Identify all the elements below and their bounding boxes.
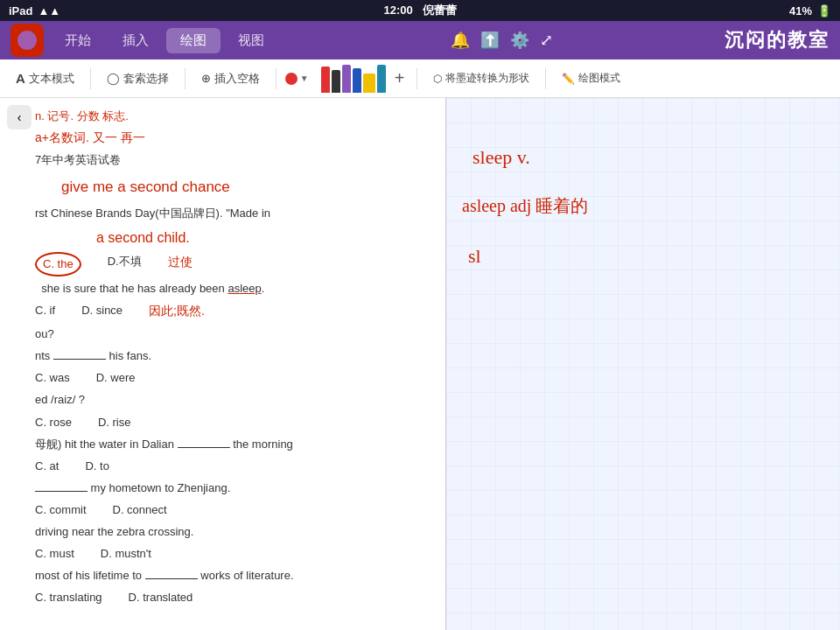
q9-blank <box>145 578 198 579</box>
q9-option-c: C. translating <box>35 588 102 607</box>
hw-child: a second child. <box>96 230 190 245</box>
hw-giveme: give me a second chance <box>61 178 230 195</box>
q2-option-d: D. since <box>81 301 122 322</box>
toolbar-separator-3 <box>276 68 276 89</box>
toolbar: A 文本模式 ◯ 套索选择 ⊕ 插入空格 ▼ + ⬡ 将墨迹转换为形状 ✏️ 绘… <box>0 60 840 98</box>
q4-text: nts his fans. <box>35 346 437 366</box>
lasso-label: 套索选择 <box>123 71 169 87</box>
battery-indicator: 🔋 <box>817 4 831 18</box>
color-dropdown-arrow[interactable]: ▼ <box>300 74 309 83</box>
fullscreen-icon[interactable]: ⤢ <box>540 31 553 50</box>
app-logo <box>10 24 44 57</box>
main-content: ‹ n. 记号. 分数 标志. a+名数词. 又一 再一 7年中考英语试卷 gi… <box>0 98 840 630</box>
hw-guoguo: 过使 <box>168 252 192 276</box>
toolbar-separator-2 <box>185 68 186 89</box>
tab-view[interactable]: 视图 <box>224 28 278 53</box>
q9-options: C. translating D. translated <box>35 588 437 607</box>
hw-annotation-1: n. 记号. 分数 标志. <box>35 109 129 122</box>
draw-mode-label: 绘图模式 <box>578 71 620 86</box>
doc-title: 7年中考英语试卷 <box>35 150 437 170</box>
q1-options: C. the D.不填 过使 <box>35 252 437 276</box>
active-color[interactable] <box>285 73 298 85</box>
yellow-pen[interactable] <box>363 74 375 93</box>
q2-text: she is sure that he has already been asl… <box>35 279 437 298</box>
text-mode-icon: A <box>16 71 25 86</box>
hw-annotation-2: a+名数词. 又一 再一 <box>35 130 145 144</box>
hw-sl: sl <box>468 245 481 268</box>
lasso-icon: ◯ <box>107 72 120 85</box>
red-pen[interactable] <box>321 66 330 93</box>
q5-option-c: C. rose <box>35 413 72 432</box>
text-mode-button[interactable]: A 文本模式 <box>9 67 81 90</box>
q7-option-d: D. connect <box>113 500 167 520</box>
toolbar-separator-1 <box>90 68 91 89</box>
q9-option-d: D. translated <box>129 588 193 607</box>
nav-icons: 🔔 ⬆️ ⚙️ ⤢ <box>451 31 553 50</box>
q7-text: my hometown to Zhenjiang. <box>35 479 437 498</box>
q7-option-c: C. commit <box>35 500 87 520</box>
text-mode-label: 文本模式 <box>29 71 74 87</box>
annotation-child: a second child. <box>96 226 437 249</box>
q4-blank <box>53 359 106 360</box>
logo-circle <box>18 31 37 50</box>
convert-icon: ⬡ <box>433 73 442 85</box>
q5-text: ed /raiz/ ? <box>35 390 437 410</box>
brand-text: 沉闷的教室 <box>724 27 830 53</box>
q8-options: C. must D. mustn't <box>35 544 437 564</box>
q5-option-d: D. rise <box>98 413 131 432</box>
back-button[interactable]: ‹ <box>7 105 32 130</box>
left-panel: ‹ n. 记号. 分数 标志. a+名数词. 又一 再一 7年中考英语试卷 gi… <box>0 98 446 630</box>
share-icon[interactable]: ⬆️ <box>480 31 500 50</box>
q8-text: driving near the zebra crossing. <box>35 522 437 542</box>
add-pen-button[interactable]: + <box>391 68 409 88</box>
annotation-giveme: give me a second chance <box>61 175 437 200</box>
insert-space-icon: ⊕ <box>201 72 211 85</box>
insert-space-button[interactable]: ⊕ 插入空格 <box>194 67 267 90</box>
q2-option-c: C. if <box>35 301 55 322</box>
q4-option-c: C. was <box>35 368 70 388</box>
convert-label: 将墨迹转换为形状 <box>445 71 529 86</box>
gear-icon[interactable]: ⚙️ <box>510 31 529 50</box>
q9-text: most of his lifetime to works of literat… <box>35 566 437 585</box>
bell-icon[interactable]: 🔔 <box>451 31 470 50</box>
dark-pen[interactable] <box>332 70 340 93</box>
q5-options: C. rose D. rise <box>35 413 437 432</box>
toolbar-separator-5 <box>545 68 546 89</box>
tab-start[interactable]: 开始 <box>51 28 105 53</box>
nav-left: 开始 插入 绘图 视图 <box>10 24 278 57</box>
battery-icon: 41% <box>789 4 812 18</box>
status-center: 12:00 倪蕾蕾 <box>383 3 456 18</box>
hw-sleep: sleep v. <box>472 146 530 169</box>
draw-mode-button[interactable]: ✏️ 绘图模式 <box>555 67 627 89</box>
q6-options: C. at D. to <box>35 457 437 476</box>
status-right: 41% 🔋 <box>789 4 831 18</box>
tab-insert[interactable]: 插入 <box>108 28 163 53</box>
status-time: 12:00 <box>383 4 412 17</box>
q3-text: ou? <box>35 325 437 344</box>
q4-options: C. was D. were <box>35 368 437 388</box>
q6-option-d: D. to <box>85 457 108 476</box>
asleep-underline: asleep <box>228 282 261 295</box>
nav-bar: 开始 插入 绘图 视图 🔔 ⬆️ ⚙️ ⤢ 沉闷的教室 <box>0 21 840 60</box>
status-signal: ▲▲ <box>38 4 60 18</box>
annotation-area-top: n. 记号. 分数 标志. <box>35 107 437 126</box>
app-name: 倪蕾蕾 <box>423 4 457 17</box>
lasso-button[interactable]: ◯ 套索选择 <box>100 67 176 90</box>
teal-pen[interactable] <box>377 65 386 93</box>
tab-draw[interactable]: 绘图 <box>166 28 220 53</box>
status-wifi: iPad <box>9 4 32 18</box>
hw-yinci: 因此;既然. <box>149 301 205 322</box>
q7-blank <box>35 491 88 492</box>
insert-space-label: 插入空格 <box>214 71 260 87</box>
convert-to-shape-button[interactable]: ⬡ 将墨迹转换为形状 <box>426 67 536 89</box>
q6-text: 母舰) hit the water in Dalian the morning <box>35 435 437 454</box>
purple-pen[interactable] <box>342 65 351 93</box>
q8-option-d: D. mustn't <box>101 544 151 564</box>
q7-options: C. commit D. connect <box>35 500 437 520</box>
blue-pen[interactable] <box>353 68 361 93</box>
circled-c: C. the <box>35 252 81 276</box>
draw-mode-icon: ✏️ <box>562 73 575 85</box>
q1-option-d: D.不填 <box>108 252 142 276</box>
hw-asleep: asleep adj 睡着的 <box>462 194 588 218</box>
right-panel[interactable]: sleep v. asleep adj 睡着的 sl <box>446 98 840 630</box>
